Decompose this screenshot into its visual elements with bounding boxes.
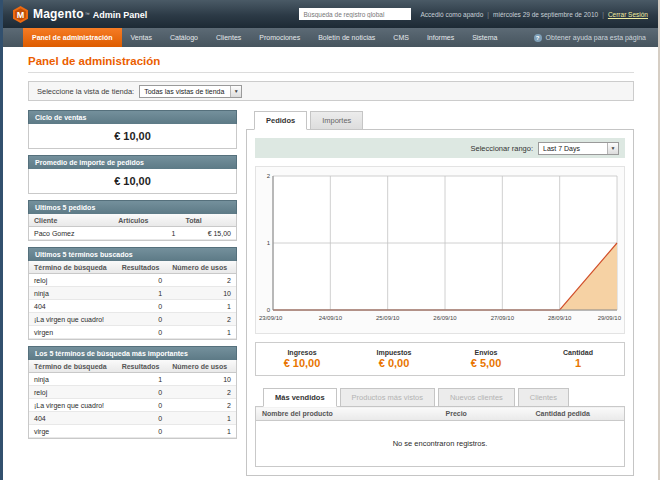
svg-text:2: 2 [267,173,271,179]
svg-text:25/09/10: 25/09/10 [376,315,400,321]
svg-text:1: 1 [267,240,271,246]
table-row[interactable]: virgen01 [29,326,236,339]
svg-text:28/09/10: 28/09/10 [548,315,572,321]
table-row[interactable]: ninja110 [29,373,236,386]
app-header: M Magento™ Admin Panel Accedió como apar… [3,0,658,28]
nav-item-catalogo[interactable]: Catálogo [161,28,207,47]
nav-item-clientes[interactable]: Clientes [207,28,250,47]
page-title: Panel de administración [28,55,634,67]
table-row[interactable]: ninja110 [29,287,236,300]
logo-text: Magento [33,7,84,21]
separator: | [487,11,489,18]
nav-item-boletin[interactable]: Boletín de noticias [309,28,384,47]
tab-mas-vendidos[interactable]: Más vendidos [263,388,337,407]
col-term: Término de búsqueda [29,360,117,373]
nav-item-cms[interactable]: CMS [384,28,418,47]
chart-tabs: Pedidos Importes [246,111,634,129]
table-header-row: Término de búsqueda Resultados Número de… [29,261,236,274]
top-search-terms-panel: Los 5 términos de búsqueda más important… [28,346,237,439]
table-row[interactable]: 40401 [29,300,236,313]
totals-bar: Ingresos € 10,00 Impuestos € 0,00 Envíos… [255,342,625,376]
last-search-terms-panel: Ultimos 5 términos buscados Término de b… [28,247,237,340]
dashboard-main: Pedidos Importes Seleccionar rango: Last… [246,111,634,476]
svg-text:0: 0 [267,307,271,313]
content-area: Panel de administración Seleccione la vi… [3,47,658,476]
tab-productos-mas-vistos[interactable]: Productos más vistos [340,388,435,407]
range-label: Seleccionar rango: [470,144,533,153]
tab-importes[interactable]: Importes [310,111,363,130]
chevron-down-icon: ▼ [230,86,241,97]
stat-cantidad: Cantidad 1 [532,349,624,369]
panel-title-last-search: Ultimos 5 términos buscados [28,247,237,261]
range-bar: Seleccionar rango: Last 7 Days ▼ [255,138,625,158]
svg-text:29/09/10: 29/09/10 [598,315,622,321]
lifetime-sales-value: € 10,00 [29,124,236,148]
col-total: Total [180,214,236,227]
logged-in-text: Accedió como apardo [420,11,483,18]
panel-title-average-order: Promedio de importe de pedidos [28,155,237,169]
logo-suffix: Admin Panel [93,10,148,20]
table-header-row: Cliente Artículos Total [29,214,236,227]
nav-item-dashboard[interactable]: Panel de administración [23,28,122,47]
store-view-value: Todas las vistas de tienda [144,88,224,95]
average-order-panel: Promedio de importe de pedidos € 10,00 [28,155,237,194]
col-resultados: Resultados [117,360,168,373]
empty-row: No se encontraron registros. [256,421,625,467]
store-view-bar: Seleccione la vista de tienda: Todas las… [28,81,634,101]
col-usos: Número de usos [167,360,236,373]
empty-message: No se encontraron registros. [256,421,625,467]
stat-envios: Envíos € 5,00 [440,349,532,369]
col-usos: Número de usos [167,261,236,274]
table-row[interactable]: ¡La virgen que cuadro!02 [29,399,236,412]
col-cantidad-pedida: Cantidad pedida [530,407,625,421]
table-row[interactable]: 40401 [29,412,236,425]
table-row[interactable]: reloj02 [29,274,236,287]
col-cliente: Cliente [29,214,113,227]
svg-text:23/09/10: 23/09/10 [259,315,283,321]
nav-item-ventas[interactable]: Ventas [122,28,161,47]
col-term: Término de búsqueda [29,261,117,274]
magento-admin-screen: M Magento™ Admin Panel Accedió como apar… [0,0,660,480]
magento-logo-icon: M [13,6,28,23]
table-row[interactable]: reloj02 [29,386,236,399]
store-view-select[interactable]: Todas las vistas de tienda ▼ [139,85,242,98]
tab-pedidos[interactable]: Pedidos [254,111,307,130]
range-select[interactable]: Last 7 Days ▼ [538,142,619,155]
table-header-row: Término de búsqueda Resultados Número de… [29,360,236,373]
panel-title-last-orders: Ultimos 5 pedidos [28,200,237,214]
orders-chart-container: 01223/09/1024/09/1025/09/1026/09/1027/09… [255,166,625,334]
dashboard-sidebar: Ciclo de ventas € 10,00 Promedio de impo… [28,111,237,476]
tab-clientes[interactable]: Clientes [518,388,569,407]
separator: | [602,11,604,18]
store-view-label: Seleccione la vista de tienda: [37,87,134,96]
col-resultados: Resultados [117,261,168,274]
table-row[interactable]: Paco Gomez 1 € 15,00 [29,227,236,240]
col-precio: Precio [440,407,530,421]
range-value: Last 7 Days [543,145,601,152]
magento-logo: M Magento™ Admin Panel [13,6,147,23]
orders-panel: Seleccionar rango: Last 7 Days ▼ 01223/0… [246,129,634,476]
nav-item-informes[interactable]: Informes [418,28,463,47]
get-help-link[interactable]: ? Obtener ayuda para esta página [534,28,658,47]
logout-link[interactable]: Cerrar Sesión [608,11,648,18]
chevron-down-icon: ▼ [607,143,618,154]
nav-item-promociones[interactable]: Promociones [250,28,309,47]
stat-impuestos: Impuestos € 0,00 [348,349,440,369]
logo-trademark: ™ [85,11,90,17]
table-row[interactable]: ¡La virgen que cuadro!02 [29,313,236,326]
col-nombre-producto: Nombre del producto [256,407,440,421]
col-articulos: Artículos [113,214,180,227]
table-header-row: Nombre del producto Precio Cantidad pedi… [256,407,625,421]
global-search-input[interactable] [299,8,411,20]
table-row[interactable]: virge01 [29,425,236,438]
tab-nuevos-clientes[interactable]: Nuevos clientes [438,388,515,407]
nav-item-sistema[interactable]: Sistema [463,28,506,47]
lifetime-sales-panel: Ciclo de ventas € 10,00 [28,110,237,149]
help-icon: ? [534,34,542,42]
panel-title-top-search: Los 5 términos de búsqueda más important… [28,346,237,360]
title-divider [28,72,634,73]
grid-tabs: Más vendidos Productos más vistos Nuevos… [255,388,625,406]
svg-text:26/09/10: 26/09/10 [433,315,457,321]
stat-ingresos: Ingresos € 10,00 [256,349,348,369]
bestsellers-table: Nombre del producto Precio Cantidad pedi… [255,406,625,467]
